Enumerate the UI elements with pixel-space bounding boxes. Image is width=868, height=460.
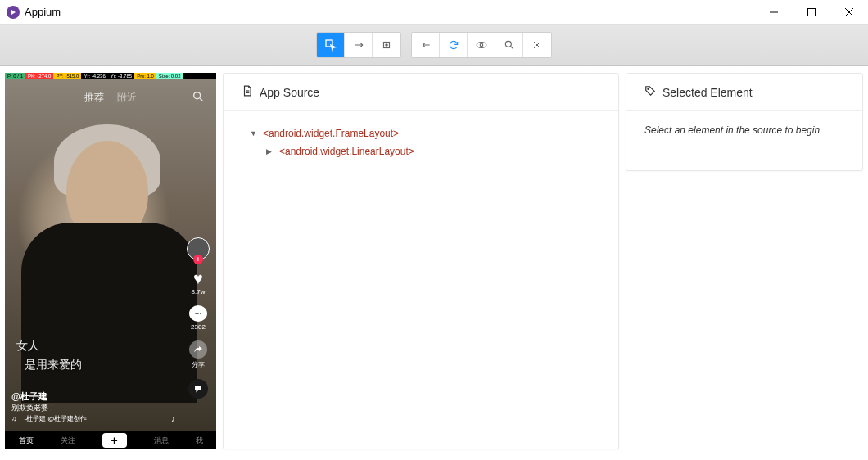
- tree-root-label: <android.widget.FrameLayout>: [263, 128, 399, 139]
- status-py: PY: -515.0: [53, 73, 81, 79]
- feed-top-tabs: 推荐 附近: [5, 91, 216, 105]
- selected-element-title: Selected Element: [662, 86, 753, 99]
- share-icon: [189, 340, 207, 359]
- video-area: 推荐 附近 女人 是用来爱的 + ♥ 8.7w ···: [5, 79, 216, 431]
- status-pk: PK: -274.0: [25, 73, 53, 79]
- video-info: @杜子建 别欺负老婆！ ♫ ᛁ -杜子建 @杜子建创作 ♪: [11, 390, 175, 425]
- device-status-bar: P: 0 / 1 PK: -274.0 PY: -515.0 Yr: -4.23…: [5, 73, 216, 79]
- app-icon: [7, 6, 20, 19]
- sound-disc[interactable]: [188, 379, 208, 399]
- svg-line-15: [200, 98, 202, 101]
- title-bar: Appium: [0, 0, 868, 25]
- svg-point-7: [386, 44, 387, 46]
- main-content: P: 0 / 1 PK: -274.0 PY: -515.0 Yr: -4.23…: [0, 66, 868, 460]
- selected-element-panel: Selected Element Select an element in th…: [626, 73, 863, 171]
- app-source-title: App Source: [260, 86, 319, 99]
- device-screenshot[interactable]: P: 0 / 1 PK: -274.0 PY: -515.0 Yr: -4.23…: [5, 73, 216, 449]
- svg-line-11: [510, 47, 513, 49]
- status-p: P: 0 / 1: [5, 73, 25, 79]
- nav-me[interactable]: 我: [196, 435, 203, 446]
- recording-button[interactable]: [468, 33, 495, 57]
- toolbar: [0, 25, 868, 66]
- tap-button[interactable]: [373, 33, 400, 57]
- minimize-button[interactable]: [755, 0, 793, 25]
- back-button[interactable]: [412, 33, 440, 57]
- caret-right-icon[interactable]: ▶: [266, 147, 274, 156]
- swipe-button[interactable]: [345, 33, 373, 57]
- refresh-button[interactable]: [440, 33, 468, 57]
- app-title: Appium: [25, 6, 61, 18]
- tree-node-child[interactable]: ▶ <android.widget.LinearLayout>: [242, 142, 600, 160]
- selected-element-empty: Select an element in the source to begin…: [626, 111, 862, 149]
- nav-follow[interactable]: 关注: [61, 435, 75, 446]
- like-count: 8.7w: [192, 288, 206, 295]
- like-button[interactable]: ♥ 8.7w: [192, 270, 206, 295]
- select-element-button[interactable]: [317, 33, 345, 57]
- quit-button[interactable]: [523, 33, 551, 57]
- caption-line-2: 是用来爱的: [25, 356, 82, 374]
- comment-count: 2302: [191, 323, 206, 331]
- comment-icon: ···: [189, 305, 207, 322]
- tab-recommend[interactable]: 推荐: [84, 91, 104, 105]
- search-icon[interactable]: [192, 90, 205, 106]
- status-size: Size: 0.02: [156, 73, 183, 79]
- source-tree: ▼ <android.widget.FrameLayout> ▶ <androi…: [224, 111, 618, 174]
- tag-icon: [644, 85, 656, 99]
- nav-message[interactable]: 消息: [154, 435, 169, 446]
- svg-point-14: [194, 92, 201, 99]
- search-button[interactable]: [495, 33, 523, 57]
- bottom-nav: 首页 关注 + 消息 我: [5, 431, 216, 449]
- app-source-panel: App Source ▼ <android.widget.FrameLayout…: [223, 73, 619, 449]
- heart-icon: ♥: [193, 270, 203, 286]
- nav-create-button[interactable]: +: [102, 433, 127, 448]
- file-icon: [242, 85, 253, 99]
- status-yr-b: Yr: -3.785: [108, 73, 134, 79]
- comment-button[interactable]: ··· 2302: [189, 305, 207, 331]
- tab-nearby[interactable]: 附近: [117, 91, 137, 105]
- nav-home[interactable]: 首页: [19, 435, 34, 446]
- music-note-icon: ♪: [171, 413, 175, 425]
- share-button[interactable]: 分享: [189, 340, 207, 369]
- selected-element-header: Selected Element: [626, 74, 862, 111]
- caret-down-icon[interactable]: ▼: [250, 129, 258, 138]
- share-label: 分享: [192, 360, 205, 369]
- speech-icon: [188, 379, 208, 399]
- svg-point-10: [505, 41, 511, 47]
- svg-rect-1: [808, 8, 816, 16]
- svg-point-18: [648, 88, 649, 90]
- close-button[interactable]: [830, 0, 868, 25]
- status-yr-a: Yr: -4.236: [81, 73, 107, 79]
- video-subtitle: 别欺负老婆！: [11, 403, 175, 413]
- video-caption-overlay: 女人 是用来爱的: [16, 337, 82, 374]
- side-action-bar: + ♥ 8.7w ··· 2302 分享: [187, 237, 210, 399]
- status-prs: Prs: 1.0: [134, 73, 156, 79]
- tree-node-root[interactable]: ▼ <android.widget.FrameLayout>: [242, 124, 600, 142]
- music-info[interactable]: ♫ ᛁ -杜子建 @杜子建创作: [11, 414, 87, 423]
- window-controls: [755, 0, 868, 25]
- author-avatar[interactable]: +: [187, 237, 210, 260]
- tree-child-label: <android.widget.LinearLayout>: [279, 146, 414, 157]
- caption-line-1: 女人: [16, 337, 82, 355]
- author-username[interactable]: @杜子建: [11, 390, 175, 403]
- svg-point-9: [480, 43, 483, 47]
- maximize-button[interactable]: [793, 0, 830, 25]
- app-source-header: App Source: [224, 74, 618, 111]
